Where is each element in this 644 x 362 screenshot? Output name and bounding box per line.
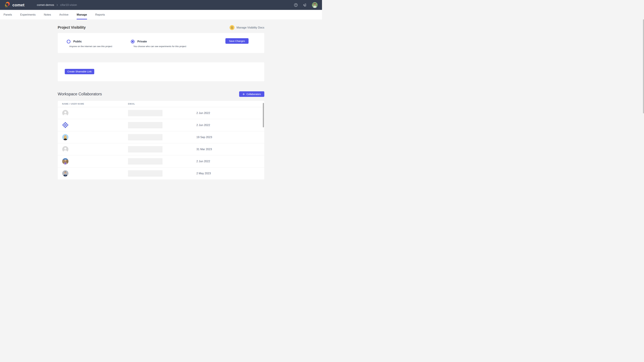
- comet-logo[interactable]: comet: [4, 1, 24, 9]
- collaborator-row[interactable]: 2 Jun 2022: [58, 155, 264, 167]
- collaborators-table: NAME / USER NAME EMAIL: [58, 101, 264, 179]
- collaborator-avatar: [62, 170, 68, 176]
- shareable-link-card: Create Shareable Link: [58, 62, 264, 81]
- private-radio-row[interactable]: Private: [131, 40, 195, 43]
- table-body: 2 Jun 2022: [58, 107, 264, 179]
- tab-notes[interactable]: Notes: [44, 10, 51, 19]
- tab-panels[interactable]: Panels: [4, 10, 12, 19]
- tab-experiments[interactable]: Experiments: [20, 10, 36, 19]
- avatar-identicon-icon: [62, 122, 68, 128]
- collaborator-avatar: [62, 110, 68, 116]
- book-icon: [230, 25, 234, 30]
- collaborator-date: 19 Sep 2023: [196, 136, 212, 139]
- add-collaborators-label: Collaborators: [246, 93, 261, 95]
- manage-visibility-docs-link[interactable]: Manage Visibility Docs: [230, 25, 264, 30]
- email-redacted-placeholder: [128, 134, 162, 140]
- collaborator-date: 2 Jun 2022: [196, 123, 210, 127]
- add-collaborators-button[interactable]: Collaborators: [239, 91, 264, 97]
- collaborator-row[interactable]: 31 Mar 2023: [58, 143, 264, 155]
- collaborator-row[interactable]: 2 May 2023: [58, 167, 264, 179]
- page-title: Project Visibility: [58, 25, 86, 30]
- user-avatar[interactable]: [312, 2, 318, 8]
- chevron-right-icon: [56, 4, 58, 6]
- public-radio[interactable]: [67, 40, 70, 43]
- create-shareable-link-button[interactable]: Create Shareable Link: [65, 69, 94, 74]
- table-scrollbar-thumb[interactable]: [263, 103, 264, 127]
- public-caption: Anyone on the internet can see this proj…: [69, 45, 131, 48]
- collaborators-title: Workspace Collaborators: [58, 92, 102, 96]
- visibility-option-public: Public Anyone on the internet can see th…: [67, 40, 131, 53]
- tab-archive[interactable]: Archive: [59, 10, 68, 19]
- avatar-person-outdoor-photo: [62, 158, 68, 164]
- collaborator-avatar: [62, 134, 68, 140]
- collaborator-avatar: [62, 122, 68, 128]
- collaborator-date: 2 Jun 2022: [196, 160, 210, 163]
- top-navbar: comet comet-demos cifar10-vision: [0, 0, 322, 10]
- docs-link-label: Manage Visibility Docs: [236, 26, 264, 29]
- collaborator-row[interactable]: 2 Jun 2022: [58, 119, 264, 131]
- collaborator-avatar: [62, 158, 68, 164]
- plus-icon: [242, 93, 245, 95]
- collaborator-date: 2 Jun 2022: [196, 111, 210, 115]
- breadcrumb-project[interactable]: cifar10-vision: [60, 3, 77, 7]
- tab-manage[interactable]: Manage: [77, 10, 87, 19]
- project-tabbar: Panels Experiments Notes Archive Manage …: [0, 10, 322, 19]
- email-redacted-placeholder: [128, 158, 162, 165]
- comet-icon: [4, 1, 11, 9]
- collaborator-row[interactable]: 2 Jun 2022: [58, 107, 264, 119]
- private-label: Private: [137, 40, 147, 43]
- project-visibility-card: Public Anyone on the internet can see th…: [58, 33, 264, 53]
- tab-reports[interactable]: Reports: [95, 10, 105, 19]
- avatar-woman-photo: [62, 134, 68, 140]
- private-radio[interactable]: [131, 40, 134, 43]
- private-caption: You choose who can see experiments for t…: [133, 45, 195, 48]
- manage-page: Project Visibility Manage Visibility Doc…: [58, 25, 264, 179]
- table-header-row: NAME / USER NAME EMAIL: [58, 101, 264, 107]
- public-label: Public: [73, 40, 82, 43]
- user-avatar-photo: [312, 2, 318, 8]
- email-redacted-placeholder: [128, 146, 162, 152]
- collaborator-date: 31 Mar 2023: [196, 148, 212, 151]
- avatar-man-suit-photo: [62, 170, 68, 176]
- email-redacted-placeholder: [128, 170, 162, 177]
- brand-name: comet: [12, 3, 24, 7]
- column-header-email: EMAIL: [128, 103, 135, 105]
- email-redacted-placeholder: [128, 110, 162, 116]
- announcements-icon[interactable]: [303, 3, 307, 7]
- collaborator-avatar: [62, 146, 68, 152]
- email-redacted-placeholder: [128, 122, 162, 128]
- collaborator-date: 2 May 2023: [196, 172, 211, 175]
- visibility-option-private: Private You choose who can see experimen…: [131, 40, 195, 53]
- public-radio-row[interactable]: Public: [67, 40, 131, 43]
- save-changes-button[interactable]: Save Changes: [226, 38, 248, 44]
- breadcrumb: comet-demos cifar10-vision: [37, 3, 77, 7]
- collaborator-row[interactable]: 19 Sep 2023: [58, 131, 264, 143]
- column-header-name: NAME / USER NAME: [62, 103, 84, 105]
- help-icon[interactable]: [294, 3, 298, 7]
- breadcrumb-workspace[interactable]: comet-demos: [37, 3, 54, 7]
- avatar-silhouette-icon: [62, 110, 68, 116]
- avatar-silhouette-icon: [62, 146, 68, 152]
